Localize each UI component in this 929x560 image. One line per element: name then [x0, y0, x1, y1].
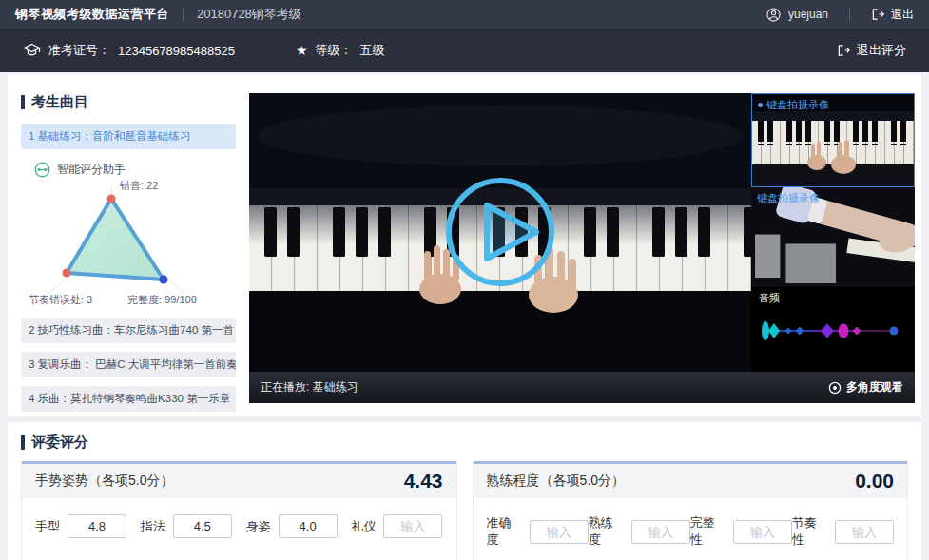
- username: yuejuan: [788, 8, 828, 21]
- thumb-2-label: 键盘拍摄录像: [757, 191, 820, 205]
- field-proficiency: 熟练度: [589, 514, 690, 549]
- level-value: 五级: [359, 42, 384, 59]
- judge-scoring-panel: 评委评分 手势姿势（各项5.0分） 4.43 手型 指法: [8, 422, 921, 560]
- field-label: 指法: [141, 518, 165, 535]
- ticket-label: 准考证号：: [48, 42, 110, 59]
- scoring-title-text: 评委评分: [31, 434, 88, 452]
- video-control-bar: 正在播放: 基础练习 多角度观看: [249, 372, 915, 403]
- field-accuracy: 准确度: [487, 514, 589, 549]
- assistant-label: 智能评分助手: [57, 162, 126, 178]
- star-icon: ★: [296, 44, 308, 57]
- user-icon: [766, 8, 781, 22]
- field-rhythm: 节奏性: [792, 514, 894, 549]
- piano-grading-app: 钢琴视频考级数据运营平台 20180728钢琴考级 yuejuan 退出: [0, 0, 929, 560]
- radar-label-rhythm-errors: 节奏错误处: 3: [29, 293, 92, 307]
- field-completeness: 完整性: [690, 514, 792, 549]
- field-label: 身姿: [246, 518, 271, 535]
- field-label: 准确度: [487, 514, 522, 549]
- exam-info-bar: 准考证号：12345678985488525 ★ 等级：五级 退出评分: [0, 29, 929, 72]
- top-navbar: 钢琴视频考级数据运营平台 20180728钢琴考级 yuejuan 退出: [0, 0, 929, 29]
- multi-angle-icon: [828, 381, 842, 395]
- rhythm-input[interactable]: [835, 520, 894, 544]
- thumb-2-label-text: 键盘拍摄录像: [757, 191, 820, 205]
- exit-scoring-label: 退出评分: [857, 42, 906, 59]
- score-card-gesture-fields: 手型 指法 身姿 礼仪: [22, 498, 456, 556]
- level-label: 等级：: [315, 42, 352, 59]
- navbar-user-area: yuejuan 退出: [766, 7, 914, 23]
- playlist-item-1[interactable]: 1 基础练习：音阶和琶音基础练习: [21, 124, 236, 149]
- smart-score-icon: [34, 162, 50, 178]
- proficiency-input[interactable]: [631, 520, 690, 544]
- audio-label: 音频: [759, 292, 780, 303]
- score-card-proficiency: 熟练程度（各项5.0分） 0.00 准确度 熟练度 完整性: [473, 461, 909, 560]
- accuracy-input[interactable]: [530, 520, 589, 544]
- smart-score-assistant: 智能评分助手: [34, 162, 242, 178]
- session-title: 20180728钢琴考级: [197, 6, 301, 23]
- field-fingering: 指法: [141, 514, 232, 538]
- field-label: 礼仪: [351, 518, 376, 535]
- score-cards: 手势姿势（各项5.0分） 4.43 手型 指法 身姿: [21, 461, 908, 560]
- posture-input[interactable]: [279, 514, 338, 538]
- completeness-input[interactable]: [733, 520, 792, 544]
- playlist-item-3[interactable]: 3 复调乐曲： 巴赫C 大调平均律第一首前奏曲: [21, 352, 236, 377]
- field-posture: 身姿: [246, 514, 338, 538]
- radar-chart-plot: [21, 178, 236, 309]
- now-playing: 正在播放: 基础练习: [261, 379, 358, 396]
- card-title: 手势姿势（各项5.0分）: [35, 473, 173, 490]
- score-total: 4.43: [404, 470, 443, 492]
- logout-button[interactable]: 退出: [871, 7, 914, 23]
- exam-main-panel: 考生曲目 1 基础练习：音阶和琶音基础练习 智能评分助手: [8, 74, 921, 416]
- playlist-sidebar: 考生曲目 1 基础练习：音阶和琶音基础练习 智能评分助手: [21, 93, 242, 412]
- radar-label-completeness: 完整度: 99/100: [127, 293, 197, 307]
- etiquette-input[interactable]: [383, 514, 442, 538]
- field-hand-shape: 手型: [35, 514, 126, 538]
- hand-shape-input[interactable]: [68, 514, 126, 538]
- score-total: 0.00: [855, 470, 894, 492]
- main-video[interactable]: [249, 93, 751, 372]
- radar-chart: 错音: 22 节奏错误处: 3 完整度: 99/100: [21, 178, 236, 309]
- scoring-title: 评委评分: [21, 434, 908, 452]
- score-card-proficiency-header: 熟练程度（各项5.0分） 0.00: [474, 464, 908, 498]
- playlist-title: 考生曲目: [21, 93, 242, 111]
- audio-track[interactable]: 音频: [751, 286, 915, 372]
- video-player: 键盘拍摄录像: [249, 93, 915, 403]
- title-divider: [183, 8, 184, 21]
- score-card-gesture: 手势姿势（各项5.0分） 4.43 手型 指法 身姿: [21, 461, 457, 560]
- field-label: 熟练度: [589, 514, 624, 549]
- ticket-group: 准考证号：12345678985488525: [23, 42, 235, 59]
- title-bar-decor: [21, 95, 25, 109]
- title-bar-decor: [21, 435, 25, 450]
- field-etiquette: 礼仪: [351, 514, 442, 538]
- thumb-1-label: 键盘拍摄录像: [758, 98, 829, 112]
- camera-thumb-side-angle[interactable]: 键盘拍摄录像: [751, 187, 915, 286]
- level-group: ★ 等级：五级: [296, 42, 385, 59]
- field-label: 完整性: [690, 514, 726, 549]
- thumb-1-label-text: 键盘拍摄录像: [766, 98, 829, 112]
- exit-scoring-icon: [837, 44, 851, 57]
- camera-thumb-keyboard-top[interactable]: 键盘拍摄录像: [751, 93, 915, 187]
- angle-thumbnails: 键盘拍摄录像: [751, 93, 915, 372]
- radar-label-wrong-notes: 错音: 22: [120, 179, 158, 193]
- live-dot-icon: [758, 103, 763, 107]
- playlist-title-text: 考生曲目: [31, 93, 88, 111]
- playlist-item-4[interactable]: 4 乐曲：莫扎特钢琴奏鸣曲K330 第一乐章: [21, 386, 236, 412]
- audio-waveform: [755, 311, 907, 351]
- logout-label: 退出: [891, 7, 914, 23]
- fingering-input[interactable]: [173, 514, 232, 538]
- score-card-gesture-header: 手势姿势（各项5.0分） 4.43: [22, 464, 456, 498]
- multi-angle-button[interactable]: 多角度观看: [828, 379, 903, 396]
- score-card-proficiency-fields: 准确度 熟练度 完整性 节奏性: [474, 498, 908, 560]
- logout-icon: [871, 8, 885, 21]
- graduation-cap-icon: [23, 43, 41, 58]
- ticket-number: 12345678985488525: [118, 44, 235, 58]
- play-button[interactable]: [434, 165, 567, 299]
- card-title: 熟练程度（各项5.0分）: [487, 473, 625, 490]
- exit-scoring-button[interactable]: 退出评分: [837, 42, 906, 59]
- field-label: 手型: [35, 518, 60, 535]
- multi-angle-label: 多角度观看: [846, 379, 903, 396]
- app-title: 钢琴视频考级数据运营平台: [15, 6, 169, 23]
- user-divider: [849, 8, 850, 21]
- playlist-item-2[interactable]: 2 技巧性练习曲：车尔尼练习曲740 第一首: [21, 318, 236, 343]
- field-label: 节奏性: [792, 514, 827, 549]
